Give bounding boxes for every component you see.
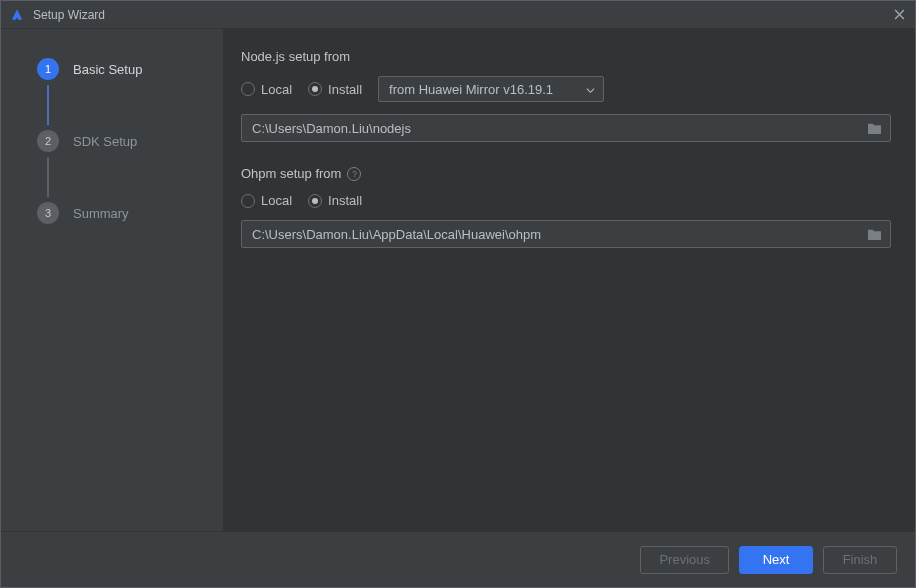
step-sdk-setup[interactable]: 2 SDK Setup xyxy=(1,125,223,157)
radio-icon xyxy=(308,194,322,208)
step-number: 1 xyxy=(37,58,59,80)
ohpm-radio-row: Local Install xyxy=(241,193,891,208)
ohpm-heading-text: Ohpm setup from xyxy=(241,166,341,181)
steps-sidebar: 1 Basic Setup 2 SDK Setup 3 Summary xyxy=(1,29,223,531)
dropdown-value: from Huawei Mirror v16.19.1 xyxy=(389,82,553,97)
chevron-down-icon xyxy=(586,82,595,97)
step-basic-setup[interactable]: 1 Basic Setup xyxy=(1,53,223,85)
ohpm-path-input[interactable]: C:\Users\Damon.Liu\AppData\Local\Huawei\… xyxy=(241,220,891,248)
folder-browse-icon[interactable] xyxy=(867,228,882,241)
nodejs-radio-row: Local Install from Huawei Mirror v16.19.… xyxy=(241,76,891,102)
window-title: Setup Wizard xyxy=(33,8,891,22)
ohpm-install-radio[interactable]: Install xyxy=(308,193,362,208)
content-panel: Node.js setup from Local Install from Hu… xyxy=(223,29,915,531)
path-value: C:\Users\Damon.Liu\nodejs xyxy=(252,121,867,136)
folder-browse-icon[interactable] xyxy=(867,122,882,135)
previous-button[interactable]: Previous xyxy=(640,546,729,574)
nodejs-local-radio[interactable]: Local xyxy=(241,82,292,97)
radio-icon xyxy=(308,82,322,96)
step-label: Basic Setup xyxy=(73,62,142,77)
step-connector xyxy=(47,157,49,197)
radio-label: Local xyxy=(261,82,292,97)
nodejs-path-input[interactable]: C:\Users\Damon.Liu\nodejs xyxy=(241,114,891,142)
step-number: 3 xyxy=(37,202,59,224)
radio-label: Install xyxy=(328,82,362,97)
step-label: Summary xyxy=(73,206,129,221)
nodejs-section-heading: Node.js setup from xyxy=(241,49,891,64)
help-icon[interactable]: ? xyxy=(347,167,361,181)
wizard-body: 1 Basic Setup 2 SDK Setup 3 Summary Node… xyxy=(1,29,915,531)
setup-wizard-window: Setup Wizard 1 Basic Setup 2 SDK Setup 3… xyxy=(0,0,916,588)
ohpm-section-heading: Ohpm setup from ? xyxy=(241,166,891,181)
wizard-footer: Previous Next Finish xyxy=(1,531,915,587)
step-number: 2 xyxy=(37,130,59,152)
close-icon[interactable] xyxy=(891,7,907,23)
radio-label: Local xyxy=(261,193,292,208)
nodejs-heading-text: Node.js setup from xyxy=(241,49,350,64)
radio-icon xyxy=(241,194,255,208)
next-button[interactable]: Next xyxy=(739,546,813,574)
step-summary[interactable]: 3 Summary xyxy=(1,197,223,229)
step-connector xyxy=(47,85,49,125)
path-value: C:\Users\Damon.Liu\AppData\Local\Huawei\… xyxy=(252,227,867,242)
nodejs-install-radio[interactable]: Install xyxy=(308,82,362,97)
step-label: SDK Setup xyxy=(73,134,137,149)
ohpm-local-radio[interactable]: Local xyxy=(241,193,292,208)
app-logo-icon xyxy=(9,7,25,23)
finish-button[interactable]: Finish xyxy=(823,546,897,574)
radio-icon xyxy=(241,82,255,96)
nodejs-version-dropdown[interactable]: from Huawei Mirror v16.19.1 xyxy=(378,76,604,102)
title-bar: Setup Wizard xyxy=(1,1,915,29)
radio-label: Install xyxy=(328,193,362,208)
